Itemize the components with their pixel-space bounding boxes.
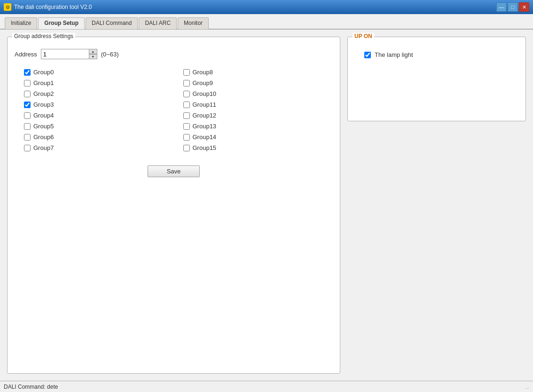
- group12-checkbox[interactable]: [183, 112, 190, 119]
- list-item: Group13: [183, 123, 333, 130]
- address-spinner: ▲ ▼: [89, 49, 97, 59]
- list-item: Group14: [183, 133, 333, 141]
- list-item: Group6: [24, 133, 174, 141]
- list-item: Group4: [24, 112, 174, 119]
- tab-dali-arc[interactable]: DALI ARC: [139, 17, 177, 29]
- status-separator: ...: [525, 384, 529, 390]
- group0-checkbox[interactable]: [24, 69, 31, 76]
- close-button[interactable]: ✕: [519, 2, 529, 12]
- group2-label[interactable]: Group2: [33, 90, 54, 97]
- save-button[interactable]: Save: [148, 165, 200, 177]
- group6-checkbox[interactable]: [24, 134, 31, 141]
- address-label: Address: [15, 51, 37, 58]
- content-area: Group address Settings Address ▲ ▼ (0~63…: [0, 30, 533, 381]
- list-item: Group5: [24, 123, 174, 130]
- address-range: (0~63): [101, 51, 119, 58]
- list-item: Group8: [183, 69, 333, 76]
- list-item: Group3: [24, 101, 174, 108]
- group1-checkbox[interactable]: [24, 80, 31, 86]
- window-body: Initialize Group Setup DALI Command DALI…: [0, 14, 533, 392]
- group6-label[interactable]: Group6: [33, 133, 54, 141]
- list-item: Group0: [24, 69, 174, 76]
- group15-checkbox[interactable]: [183, 145, 190, 151]
- group8-checkbox[interactable]: [183, 69, 190, 76]
- group12-label[interactable]: Group12: [193, 112, 217, 119]
- spinner-up[interactable]: ▲: [89, 49, 97, 54]
- lamp-light-label[interactable]: The lamp light: [375, 51, 413, 58]
- maximize-button[interactable]: □: [508, 2, 518, 12]
- group5-checkbox[interactable]: [24, 123, 31, 130]
- groups-grid: Group0 Group8 Group1 Group9 Group2: [15, 69, 333, 151]
- app-icon: ⚙: [4, 3, 11, 11]
- lamp-light-row: The lamp light: [355, 51, 518, 58]
- tab-monitor[interactable]: Monitor: [178, 17, 209, 29]
- address-row: Address ▲ ▼ (0~63): [15, 49, 333, 59]
- group4-label[interactable]: Group4: [33, 112, 54, 119]
- group10-label[interactable]: Group10: [193, 90, 217, 97]
- tab-group-setup[interactable]: Group Setup: [38, 17, 85, 29]
- tab-initialize[interactable]: Initialize: [5, 17, 37, 29]
- group2-checkbox[interactable]: [24, 91, 31, 97]
- list-item: Group7: [24, 144, 174, 151]
- app-title: The dali configuration tool V2.0: [14, 4, 92, 10]
- group7-checkbox[interactable]: [24, 145, 31, 151]
- group8-label[interactable]: Group8: [193, 69, 213, 76]
- group3-checkbox[interactable]: [24, 102, 31, 108]
- group10-checkbox[interactable]: [183, 91, 190, 97]
- up-on-panel: UP ON The lamp light: [347, 37, 526, 121]
- list-item: Group2: [24, 90, 174, 97]
- title-bar: ⚙ The dali configuration tool V2.0 — □ ✕: [0, 0, 533, 14]
- address-input-wrapper: ▲ ▼: [41, 49, 97, 59]
- lamp-light-checkbox[interactable]: [364, 52, 371, 58]
- status-bar: DALI Command: dete ...: [0, 381, 533, 392]
- group-address-panel: Group address Settings Address ▲ ▼ (0~63…: [7, 37, 340, 374]
- save-row: Save: [15, 165, 333, 182]
- group13-label[interactable]: Group13: [193, 123, 217, 130]
- group-panel-title: Group address Settings: [12, 33, 75, 39]
- list-item: Group10: [183, 90, 333, 97]
- title-bar-left: ⚙ The dali configuration tool V2.0: [4, 3, 92, 11]
- group5-label[interactable]: Group5: [33, 123, 54, 130]
- list-item: Group9: [183, 79, 333, 86]
- list-item: Group1: [24, 79, 174, 86]
- spinner-down[interactable]: ▼: [89, 54, 97, 59]
- minimize-button[interactable]: —: [496, 2, 507, 12]
- status-text: DALI Command: dete: [4, 384, 58, 390]
- group14-checkbox[interactable]: [183, 134, 190, 141]
- group9-checkbox[interactable]: [183, 80, 190, 86]
- group7-label[interactable]: Group7: [33, 144, 54, 151]
- window-controls: — □ ✕: [496, 2, 529, 12]
- group0-label[interactable]: Group0: [33, 69, 54, 76]
- group11-label[interactable]: Group11: [193, 101, 217, 108]
- group14-label[interactable]: Group14: [193, 133, 217, 141]
- group13-checkbox[interactable]: [183, 123, 190, 130]
- tab-dali-command[interactable]: DALI Command: [86, 17, 138, 29]
- group9-label[interactable]: Group9: [193, 79, 213, 86]
- group1-label[interactable]: Group1: [33, 79, 54, 86]
- tab-bar: Initialize Group Setup DALI Command DALI…: [0, 14, 533, 30]
- group11-checkbox[interactable]: [183, 102, 190, 108]
- list-item: Group11: [183, 101, 333, 108]
- up-on-title: UP ON: [353, 33, 374, 39]
- group4-checkbox[interactable]: [24, 112, 31, 119]
- list-item: Group15: [183, 144, 333, 151]
- group3-label[interactable]: Group3: [33, 101, 54, 108]
- list-item: Group12: [183, 112, 333, 119]
- group15-label[interactable]: Group15: [193, 144, 217, 151]
